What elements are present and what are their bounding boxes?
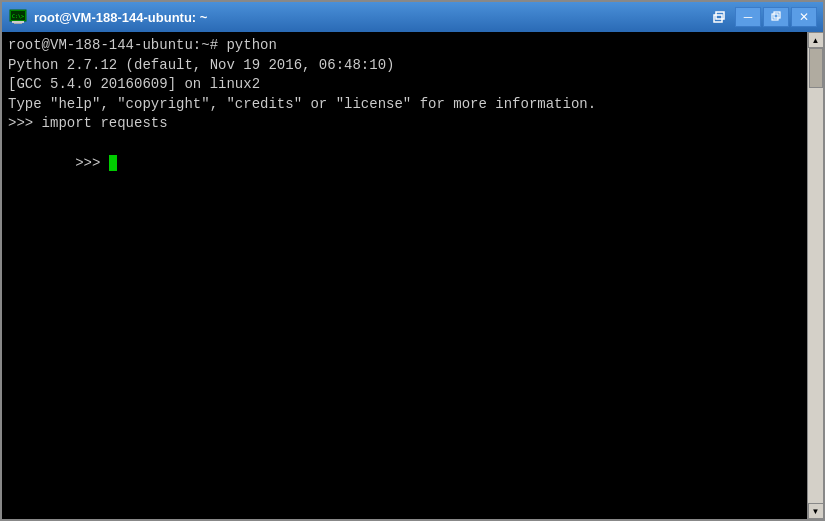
svg-rect-3 xyxy=(14,23,22,24)
terminal-line-5: >>> import requests xyxy=(8,114,801,134)
minimize-button[interactable]: ─ xyxy=(735,7,761,27)
prompt-text: >>> xyxy=(75,155,109,171)
title-bar: C:\> root@VM-188-144-ubuntu: ~ ─ xyxy=(2,2,823,32)
svg-rect-2 xyxy=(12,21,24,23)
window-controls: ─ ✕ xyxy=(709,7,817,27)
close-button[interactable]: ✕ xyxy=(791,7,817,27)
terminal-line-1: root@VM-188-144-ubuntu:~# python xyxy=(8,36,801,56)
terminal-line-6: >>> xyxy=(8,134,801,193)
scroll-up-button[interactable]: ▲ xyxy=(808,32,824,48)
window-body: root@VM-188-144-ubuntu:~# python Python … xyxy=(2,32,823,519)
scroll-down-button[interactable]: ▼ xyxy=(808,503,824,519)
svg-rect-7 xyxy=(772,14,778,20)
terminal-window: C:\> root@VM-188-144-ubuntu: ~ ─ xyxy=(0,0,825,521)
restore-button[interactable] xyxy=(763,7,789,27)
resize-icon xyxy=(712,10,726,24)
terminal-line-4: Type "help", "copyright", "credits" or "… xyxy=(8,95,801,115)
app-icon: C:\> xyxy=(8,7,28,27)
scrollbar-track xyxy=(808,48,823,503)
cursor-block xyxy=(109,155,117,171)
svg-rect-8 xyxy=(774,12,780,18)
terminal-line-2: Python 2.7.12 (default, Nov 19 2016, 06:… xyxy=(8,56,801,76)
window-title: root@VM-188-144-ubuntu: ~ xyxy=(34,10,709,25)
restore-icon xyxy=(771,11,781,23)
scrollbar-thumb[interactable] xyxy=(809,48,823,88)
terminal-area[interactable]: root@VM-188-144-ubuntu:~# python Python … xyxy=(2,32,807,519)
scrollbar[interactable]: ▲ ▼ xyxy=(807,32,823,519)
terminal-line-3: [GCC 5.4.0 20160609] on linux2 xyxy=(8,75,801,95)
svg-text:C:\>: C:\> xyxy=(12,13,24,19)
